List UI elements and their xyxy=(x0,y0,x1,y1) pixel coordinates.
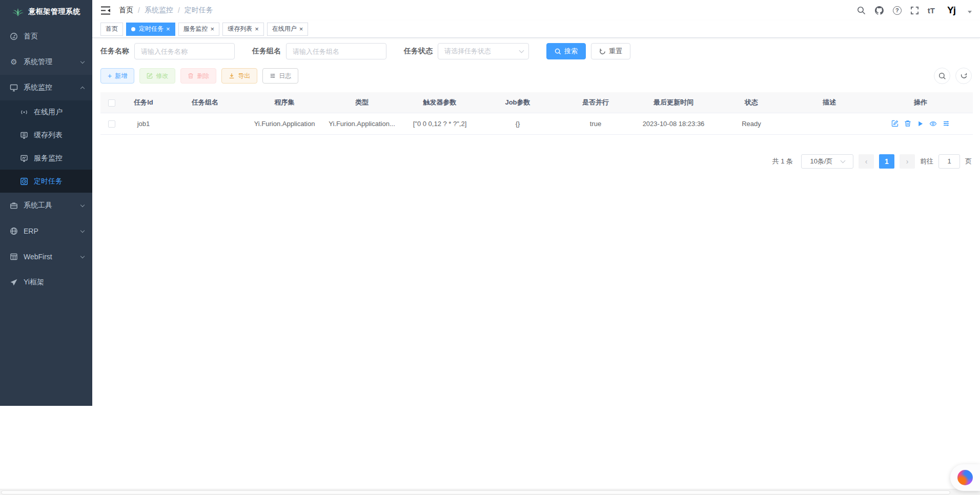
select-all-checkbox[interactable] xyxy=(108,99,115,107)
search-icon[interactable] xyxy=(857,6,866,15)
col-operations: 操作 xyxy=(868,92,973,113)
col-type: 类型 xyxy=(323,92,401,113)
cell-task-group xyxy=(164,113,246,134)
col-task-id: 任务Id xyxy=(123,92,164,113)
tab-home[interactable]: 首页 xyxy=(100,23,123,36)
breadcrumb: 首页 / 系统监控 / 定时任务 xyxy=(119,6,213,15)
tag-views-bar: 首页 定时任务 × 服务监控 × 缓存列表 × 在线用户 × xyxy=(92,20,980,38)
assistant-extension-button[interactable] xyxy=(950,464,980,491)
sidebar-item-cache-list[interactable]: 缓存列表 xyxy=(0,123,92,147)
table-header-row: 任务Id 任务组名 程序集 类型 触发器参数 Job参数 是否并行 最后更新时间… xyxy=(100,92,973,113)
github-icon[interactable] xyxy=(874,6,884,15)
show-search-toggle-button[interactable] xyxy=(934,68,950,84)
sidebar-item-erp[interactable]: ERP xyxy=(0,218,92,244)
sidebar-item-label: WebFirst xyxy=(24,253,76,261)
row-operations xyxy=(868,120,973,128)
cell-concurrent: true xyxy=(557,113,635,134)
delete-button[interactable]: 删除 xyxy=(180,68,216,84)
log-button[interactable]: 日志 xyxy=(262,68,298,84)
sidebar-item-label: 系统管理 xyxy=(24,57,76,67)
close-icon[interactable]: × xyxy=(166,26,170,32)
avatar[interactable]: Yj xyxy=(944,3,959,18)
help-icon[interactable]: ? xyxy=(893,6,902,15)
sidebar-item-service-monitor[interactable]: 服务监控 xyxy=(0,147,92,170)
next-page-button[interactable]: › xyxy=(900,154,915,169)
goto-page-input[interactable] xyxy=(938,154,960,169)
col-status: 状态 xyxy=(712,92,790,113)
task-status-select[interactable]: 请选择任务状态 xyxy=(438,43,529,59)
close-icon[interactable]: × xyxy=(299,26,303,32)
cell-job-params: {} xyxy=(479,113,557,134)
schedule-task-icon xyxy=(19,177,29,185)
toolbox-icon xyxy=(9,201,18,210)
page-size-select[interactable]: 10条/页 xyxy=(801,154,853,169)
sidebar-item-online-users[interactable]: 在线用户 xyxy=(0,100,92,123)
breadcrumb-separator: / xyxy=(178,6,180,14)
chevron-down-icon xyxy=(840,158,845,163)
table-row[interactable]: job1 Yi.Furion.Application Yi.Furion.App… xyxy=(100,113,973,134)
goto-label: 前往 xyxy=(920,157,933,166)
task-group-label: 任务组名 xyxy=(252,47,281,56)
col-concurrent: 是否并行 xyxy=(557,92,635,113)
delete-row-icon[interactable] xyxy=(904,120,911,127)
sidebar-collapse-icon[interactable] xyxy=(100,6,111,15)
close-icon[interactable]: × xyxy=(211,26,215,32)
sidebar-item-system-management[interactable]: ⚙ 系统管理 xyxy=(0,49,92,75)
sidebar-item-label: 服务监控 xyxy=(34,154,84,163)
breadcrumb-home[interactable]: 首页 xyxy=(119,6,133,15)
tab-online-users[interactable]: 在线用户 × xyxy=(267,23,309,36)
task-name-input[interactable] xyxy=(134,43,235,59)
app-title: 意框架管理系统 xyxy=(28,7,80,16)
view-row-icon[interactable] xyxy=(929,120,937,128)
cell-task-id: job1 xyxy=(123,113,164,134)
sidebar: 意框架管理系统 首页 ⚙ 系统管理 xyxy=(0,0,92,406)
dashboard-icon xyxy=(9,32,18,40)
col-description: 描述 xyxy=(790,92,868,113)
prev-page-button[interactable]: ‹ xyxy=(859,154,874,169)
chevron-down-icon xyxy=(80,228,85,232)
app-logo[interactable]: 意框架管理系统 xyxy=(0,0,92,24)
sidebar-item-home[interactable]: 首页 xyxy=(0,24,92,49)
sidebar-item-label: 首页 xyxy=(24,32,84,41)
add-button[interactable]: + 新增 xyxy=(100,68,134,84)
tab-cache-list[interactable]: 缓存列表 × xyxy=(222,23,264,36)
breadcrumb-separator: / xyxy=(138,6,140,14)
cell-description xyxy=(790,113,868,134)
run-row-icon[interactable] xyxy=(917,120,924,127)
chevron-down-icon[interactable] xyxy=(968,11,972,13)
service-monitor-icon xyxy=(19,154,29,162)
reset-button[interactable]: 重置 xyxy=(591,43,630,59)
task-group-input[interactable] xyxy=(286,43,386,59)
task-name-label: 任务名称 xyxy=(100,47,129,56)
horizontal-scrollbar-thumb[interactable] xyxy=(1,490,950,494)
cell-trigger-params: ["0 0 0,12 ? * ?",2] xyxy=(401,113,479,134)
horizontal-scrollbar[interactable] xyxy=(0,489,980,495)
chevron-up-icon xyxy=(80,87,85,91)
fullscreen-icon[interactable] xyxy=(910,6,919,15)
tab-schedule-task[interactable]: 定时任务 × xyxy=(126,23,175,36)
breadcrumb-current: 定时任务 xyxy=(185,6,213,15)
row-log-icon[interactable] xyxy=(943,120,950,127)
col-assembly: 程序集 xyxy=(246,92,323,113)
sidebar-item-system-monitor[interactable]: 系统监控 xyxy=(0,75,92,100)
paper-plane-icon xyxy=(9,278,18,286)
tab-service-monitor[interactable]: 服务监控 × xyxy=(178,23,220,36)
page-1-button[interactable]: 1 xyxy=(879,154,894,169)
refresh-button[interactable] xyxy=(955,68,972,84)
sidebar-item-webfirst[interactable]: WebFirst xyxy=(0,244,92,270)
sidebar-item-label: 缓存列表 xyxy=(34,131,84,140)
sidebar-item-system-tools[interactable]: 系统工具 xyxy=(0,193,92,218)
sidebar-item-schedule-task[interactable]: 定时任务 xyxy=(0,170,92,193)
main-area: 首页 / 系统监控 / 定时任务 ? xyxy=(92,0,980,406)
cell-updated: 2023-10-08 18:23:36 xyxy=(635,113,712,134)
sidebar-item-yi-framework[interactable]: Yi框架 xyxy=(0,270,92,295)
edit-button[interactable]: 修改 xyxy=(139,68,175,84)
search-button[interactable]: 搜索 xyxy=(546,43,586,59)
export-button[interactable]: 导出 xyxy=(221,68,257,84)
close-icon[interactable]: × xyxy=(255,26,259,32)
font-size-icon[interactable]: tT xyxy=(928,6,935,15)
edit-row-icon[interactable] xyxy=(891,120,899,127)
chevron-down-icon xyxy=(80,202,85,207)
row-checkbox[interactable] xyxy=(108,120,115,128)
breadcrumb-system-monitor[interactable]: 系统监控 xyxy=(145,6,173,15)
